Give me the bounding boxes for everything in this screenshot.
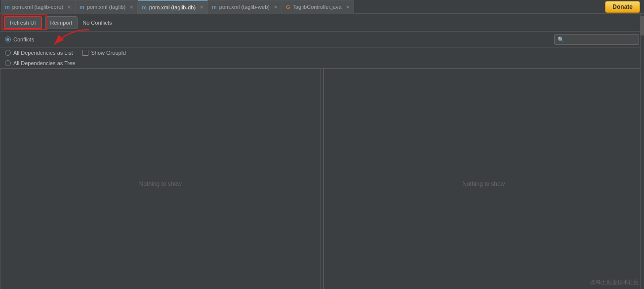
left-panel: Nothing to show: [0, 69, 321, 289]
tab-web-label: pom.xml (taglib-web): [219, 4, 270, 10]
tab-taglib-icon: m: [80, 4, 84, 10]
right-panel-empty-text: Nothing to show: [462, 181, 505, 187]
tab-web-close[interactable]: ✕: [274, 4, 278, 10]
all-dep-list-radio-circle: [5, 50, 11, 56]
tab-core-icon: m: [5, 4, 10, 10]
all-dep-tree-radio-circle: [5, 60, 11, 66]
tab-web[interactable]: m pom.xml (taglib-web) ✕: [208, 0, 282, 14]
no-conflicts-label: No Conflicts: [82, 20, 112, 26]
all-dep-tree-radio[interactable]: All Dependencies as Tree: [5, 60, 75, 66]
search-icon: 🔍: [558, 36, 564, 43]
main-content: Nothing to show Nothing to show: [0, 69, 644, 289]
scrollbar-thumb[interactable]: [641, 16, 644, 36]
reimport-button[interactable]: Reimport: [45, 16, 78, 29]
refresh-ui-button[interactable]: Refresh UI: [4, 16, 42, 29]
tab-taglib-close[interactable]: ✕: [129, 4, 133, 10]
conflicts-radio[interactable]: Conflicts: [5, 36, 34, 42]
tab-taglib-label: pom.xml (taglib): [87, 4, 125, 10]
show-groupid-label: Show GroupId: [91, 50, 125, 56]
tab-core-close[interactable]: ✕: [67, 4, 71, 10]
tab-db-close[interactable]: ✕: [200, 4, 203, 10]
main-window: m pom.xml (taglib-core) ✕ m pom.xml (tag…: [0, 0, 644, 289]
all-dep-list-radio[interactable]: All Dependencies as List: [5, 50, 73, 56]
tab-java-icon: G: [286, 4, 290, 10]
tab-core-label: pom.xml (taglib-core): [12, 4, 63, 10]
conflicts-label: Conflicts: [13, 36, 34, 42]
all-dep-list-label: All Dependencies as List: [13, 50, 73, 56]
all-dep-tree-label: All Dependencies as Tree: [13, 60, 75, 66]
conflicts-radio-circle: [5, 36, 11, 42]
search-box[interactable]: 🔍: [554, 34, 639, 45]
watermark: @稀土掘金技术社区: [590, 279, 639, 286]
tab-db-icon: m: [142, 4, 147, 10]
tab-web-icon: m: [212, 4, 217, 10]
donate-button[interactable]: Donate: [605, 1, 640, 13]
show-groupid-checkbox[interactable]: Show GroupId: [82, 50, 125, 56]
options-row-3: All Dependencies as Tree: [0, 58, 644, 69]
tab-bar: m pom.xml (taglib-core) ✕ m pom.xml (tag…: [0, 0, 644, 14]
options-row-1: Conflicts 🔍: [0, 32, 644, 48]
top-right-area: Donate: [605, 1, 644, 13]
tab-java-label: TaglibController.java: [292, 4, 341, 10]
toolbar: Refresh UI Reimport No Conflicts: [0, 14, 644, 32]
tab-db-label: pom.xml (taglib-db): [149, 4, 196, 10]
right-panel: Nothing to show: [323, 69, 644, 289]
tab-java-close[interactable]: ✕: [346, 4, 350, 10]
tab-taglib[interactable]: m pom.xml (taglib) ✕: [76, 0, 138, 14]
scrollbar-track[interactable]: [640, 14, 644, 289]
tab-db[interactable]: m pom.xml (taglib-db) ✕: [138, 0, 208, 14]
tab-core[interactable]: m pom.xml (taglib-core) ✕: [1, 0, 76, 14]
left-panel-empty-text: Nothing to show: [139, 181, 182, 187]
show-groupid-checkbox-box: [82, 50, 88, 56]
tab-java[interactable]: G TaglibController.java ✕: [282, 0, 354, 14]
options-row-2: All Dependencies as List Show GroupId: [0, 48, 644, 58]
search-input[interactable]: [566, 36, 636, 42]
